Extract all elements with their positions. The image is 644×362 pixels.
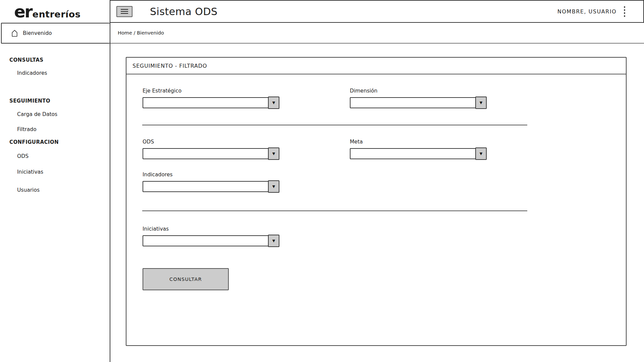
sidebar-item-usuarios[interactable]: Usuarios <box>0 187 109 193</box>
indicadores-label: Indicadores <box>143 172 279 178</box>
eje-estrategico-select[interactable]: ▼ <box>143 97 279 108</box>
dimension-select[interactable]: ▼ <box>350 97 487 108</box>
field-dimension: Dimensión ▼ <box>350 88 487 108</box>
breadcrumb[interactable]: Home / Bienvenido <box>118 30 164 36</box>
hamburger-icon[interactable] <box>116 6 132 17</box>
field-eje-estrategico: Eje Estratégico ▼ <box>143 88 279 108</box>
caret-down-icon[interactable]: ▼ <box>268 235 279 247</box>
breadcrumb-bar: Home / Bienvenido <box>110 23 644 44</box>
logo-wordmark: entreríos <box>33 9 81 19</box>
eje-estrategico-label: Eje Estratégico <box>143 88 279 94</box>
sidebar-nav: CONSULTAS Indicadores SEGUIMIENTO Carga … <box>0 44 109 193</box>
page-title: Sistema ODS <box>150 6 218 17</box>
filter-form: Eje Estratégico ▼ Dimensión ▼ <box>126 74 626 345</box>
kebab-menu-icon[interactable] <box>623 6 626 17</box>
logo-mark: er <box>14 3 32 20</box>
sidebar-item-carga-de-datos[interactable]: Carga de Datos <box>0 111 109 118</box>
brand-logo: er entreríos <box>0 0 110 23</box>
ods-select[interactable]: ▼ <box>143 148 279 159</box>
dimension-label: Dimensión <box>350 88 487 94</box>
app-canvas: er entreríos Bienvenido CONSULTAS Indica… <box>0 0 644 362</box>
meta-label: Meta <box>350 139 487 145</box>
sidebar-item-bienvenido[interactable]: Bienvenido <box>1 23 110 44</box>
main-area: Sistema ODS NOMBRE, USUARIO Home / Bienv… <box>110 0 644 362</box>
panel-title: SEGUIMIENTO - FILTRADO <box>126 58 626 74</box>
caret-down-icon[interactable]: ▼ <box>475 147 487 160</box>
form-divider <box>142 125 527 125</box>
consultar-button[interactable]: CONSULTAR <box>143 268 229 290</box>
field-iniciativas: Iniciativas ▼ <box>143 226 279 246</box>
field-ods: ODS ▼ <box>143 139 279 159</box>
iniciativas-select[interactable]: ▼ <box>143 235 279 246</box>
field-indicadores: Indicadores ▼ <box>143 172 279 192</box>
sidebar-item-indicadores[interactable]: Indicadores <box>0 70 109 76</box>
meta-select[interactable]: ▼ <box>350 148 487 159</box>
user-name[interactable]: NOMBRE, USUARIO <box>557 8 616 15</box>
caret-down-icon[interactable]: ▼ <box>268 97 279 109</box>
field-meta: Meta ▼ <box>350 139 487 159</box>
caret-down-icon[interactable]: ▼ <box>268 180 279 193</box>
content-area: SEGUIMIENTO - FILTRADO Eje Estratégico ▼… <box>110 44 644 362</box>
indicadores-select[interactable]: ▼ <box>143 181 279 192</box>
form-divider <box>142 210 527 211</box>
sidebar-item-filtrado[interactable]: Filtrado <box>0 126 109 133</box>
iniciativas-label: Iniciativas <box>143 226 279 232</box>
nav-section-seguimiento: SEGUIMIENTO <box>0 98 109 104</box>
sidebar-item-ods[interactable]: ODS <box>0 153 109 160</box>
ods-label: ODS <box>143 139 279 145</box>
filter-panel: SEGUIMIENTO - FILTRADO Eje Estratégico ▼… <box>126 57 627 346</box>
nav-section-consultas: CONSULTAS <box>0 57 109 63</box>
sidebar-item-label: Bienvenido <box>23 30 52 36</box>
sidebar-item-iniciativas[interactable]: Iniciativas <box>0 169 109 175</box>
sidebar: er entreríos Bienvenido CONSULTAS Indica… <box>0 0 110 362</box>
caret-down-icon[interactable]: ▼ <box>475 97 487 109</box>
nav-section-configuracion: CONFIGURACION <box>0 139 109 145</box>
home-icon <box>11 29 18 38</box>
top-header: Sistema ODS NOMBRE, USUARIO <box>110 0 644 23</box>
caret-down-icon[interactable]: ▼ <box>268 147 279 160</box>
header-user-area: NOMBRE, USUARIO <box>557 6 643 17</box>
